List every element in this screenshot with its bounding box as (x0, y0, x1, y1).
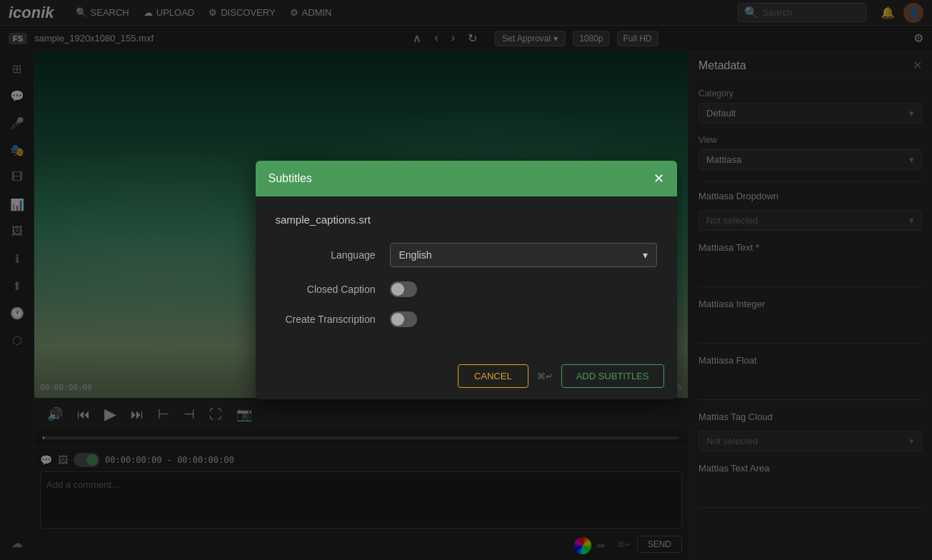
create-transcription-toggle-container (390, 311, 657, 327)
modal-overlay: Subtitles ✕ sample_captions.srt Language… (0, 0, 932, 560)
language-select[interactable]: English ▾ (390, 243, 657, 267)
closed-caption-toggle-container (390, 281, 657, 297)
create-transcription-label: Create Transcription (276, 314, 390, 325)
language-value: English (399, 249, 432, 261)
create-transcription-row: Create Transcription (276, 311, 657, 327)
language-field-label: Language (276, 249, 390, 261)
modal-title: Subtitles (269, 172, 312, 185)
modal-body: sample_captions.srt Language English ▾ C… (256, 196, 677, 356)
closed-caption-label: Closed Caption (276, 284, 390, 295)
modal-filename: sample_captions.srt (276, 214, 657, 226)
create-transcription-toggle-knob (391, 313, 404, 326)
create-transcription-toggle[interactable] (390, 311, 417, 327)
subtitles-modal: Subtitles ✕ sample_captions.srt Language… (256, 161, 677, 399)
language-dropdown-arrow: ▾ (643, 249, 648, 261)
cancel-button[interactable]: CANCEL (458, 364, 528, 388)
closed-caption-toggle[interactable] (390, 281, 417, 297)
modal-close-button[interactable]: ✕ (653, 171, 664, 186)
add-subtitles-button[interactable]: ADD SUBTITLES (561, 364, 664, 388)
closed-caption-row: Closed Caption (276, 281, 657, 297)
closed-caption-toggle-knob (391, 283, 404, 296)
modal-shortcut: ⌘↵ (537, 371, 553, 381)
language-field-value: English ▾ (390, 243, 657, 267)
language-row: Language English ▾ (276, 243, 657, 267)
modal-header: Subtitles ✕ (256, 161, 677, 196)
modal-footer: CANCEL ⌘↵ ADD SUBTITLES (256, 356, 677, 399)
